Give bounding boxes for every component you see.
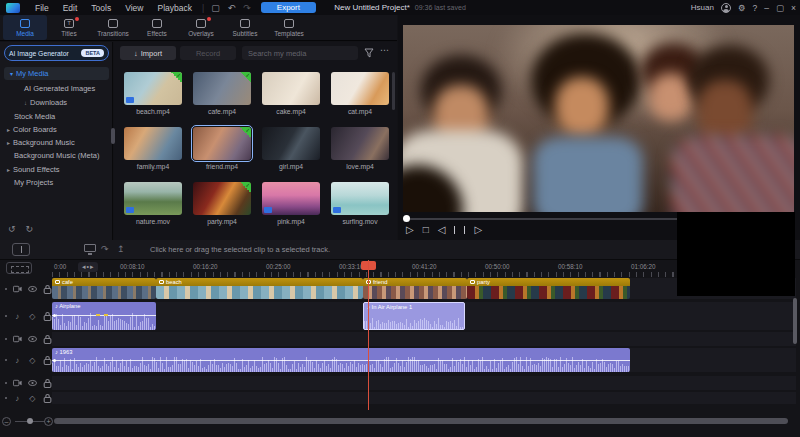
redo-icon[interactable]: ↷	[239, 3, 255, 13]
media-item-selected[interactable]: ✓ friend.mp4	[191, 127, 253, 170]
layout-grid-icon[interactable]: ▢	[207, 3, 224, 13]
lock-icon[interactable]	[43, 334, 52, 344]
split-clip-button[interactable]	[12, 243, 30, 256]
keyframe-mark[interactable]	[104, 314, 108, 316]
tab-transitions[interactable]: Transitions	[91, 15, 135, 40]
zoom-slider-thumb[interactable]	[27, 418, 33, 424]
track-options-button[interactable]	[6, 262, 32, 274]
help-icon[interactable]: ?	[753, 3, 758, 13]
settings-gear-icon[interactable]: ⚙	[738, 3, 746, 13]
mute-diamond-icon[interactable]: ◇	[28, 355, 37, 365]
sidebar-item-my-media[interactable]: ▾My Media	[4, 67, 109, 80]
lock-icon[interactable]	[43, 311, 52, 321]
close-icon[interactable]: ×	[791, 3, 796, 13]
lock-icon[interactable]	[43, 284, 52, 294]
video-lane-3[interactable]	[52, 376, 796, 390]
sidebar-item-background-music-meta[interactable]: Background Music (Meta)	[14, 149, 99, 162]
volume-handle[interactable]	[53, 314, 56, 317]
menu-edit[interactable]: Edit	[56, 3, 85, 13]
media-item[interactable]: cake.mp4	[260, 72, 322, 115]
media-item[interactable]: family.mp4	[122, 127, 184, 170]
media-scrollbar[interactable]	[392, 72, 395, 110]
keyframe-mark[interactable]	[96, 314, 100, 316]
lock-icon[interactable]	[43, 355, 52, 365]
media-item[interactable]: ✓ party.mp4	[191, 182, 253, 225]
sidebar-item-downloads[interactable]: ↓Downloads	[24, 96, 67, 109]
horizontal-scrollbar[interactable]	[54, 418, 788, 424]
tab-templates[interactable]: Templates	[267, 15, 311, 40]
tab-titles[interactable]: T Titles	[47, 15, 91, 40]
menu-view[interactable]: View	[118, 3, 150, 13]
user-name[interactable]: Hsuan	[691, 3, 714, 12]
menu-file[interactable]: File	[28, 3, 56, 13]
timeline-clip-airplane[interactable]: ♪ Airplane	[52, 302, 156, 330]
timeline-clip-party[interactable]: party	[467, 278, 630, 299]
filter-funnel-icon[interactable]	[364, 48, 374, 58]
media-item[interactable]: pink.mp4	[260, 182, 322, 225]
app-logo-icon[interactable]	[6, 3, 20, 13]
video-lane-2[interactable]	[52, 332, 796, 346]
media-item[interactable]: love.mp4	[329, 127, 391, 170]
step-back-icon[interactable]: ◁	[438, 224, 446, 235]
tab-effects[interactable]: Effects	[135, 15, 179, 40]
tab-subtitles[interactable]: Subtitles	[223, 15, 267, 40]
eye-icon[interactable]	[28, 334, 37, 344]
media-item[interactable]: surfing.mov	[329, 182, 391, 225]
eye-icon[interactable]	[28, 284, 37, 294]
avatar-icon[interactable]	[721, 3, 731, 13]
record-button[interactable]: Record	[180, 46, 236, 60]
media-item[interactable]: ✓ beach.mp4	[122, 72, 184, 115]
panel-resize-handle[interactable]	[111, 128, 115, 144]
sidebar-item-my-projects[interactable]: My Projects	[14, 176, 53, 189]
zoom-out-button[interactable]: –	[2, 417, 11, 426]
step-forward-icon[interactable]: ▷	[474, 224, 482, 235]
timeline-clip-cafe[interactable]: cafe	[52, 278, 156, 299]
ai-image-generator-button[interactable]: AI Image Generator BETA	[4, 45, 109, 61]
playhead-line[interactable]	[368, 260, 369, 410]
play-icon[interactable]: ▷	[406, 224, 414, 235]
media-item[interactable]: cat.mp4	[329, 72, 391, 115]
mute-diamond-icon[interactable]: ◇	[28, 311, 37, 321]
timeline-clip-in-air-airplane[interactable]: ♪ In Air Airplane 1	[363, 302, 465, 330]
refresh-icon[interactable]: ↻	[26, 224, 34, 234]
import-button[interactable]: ↓ Import	[120, 46, 176, 60]
sidebar-item-sound-effects[interactable]: ▸Sound Effects	[7, 163, 60, 176]
lock-icon[interactable]	[43, 378, 52, 388]
lock-icon[interactable]	[43, 393, 52, 403]
timeline-clip-1963[interactable]: ♪ 1963	[52, 348, 630, 372]
tab-overlays[interactable]: Overlays	[179, 15, 223, 40]
timeline-clip-beach[interactable]: beach	[156, 278, 363, 299]
marker-nav-button[interactable]: ◂•▸	[78, 262, 98, 272]
restore-icon[interactable]: ▢	[776, 3, 784, 13]
menu-playback[interactable]: Playback	[150, 3, 199, 13]
sidebar-item-background-music[interactable]: ▸Background Music	[7, 136, 75, 149]
volume-handle[interactable]	[53, 359, 56, 362]
media-item[interactable]: girl.mp4	[260, 127, 322, 170]
upload-icon[interactable]: ↥	[117, 244, 125, 254]
stop-icon[interactable]: □	[423, 224, 429, 235]
more-options-icon[interactable]: ⋯	[380, 45, 389, 55]
timeline-clip-friend[interactable]: friend	[363, 278, 467, 299]
media-item[interactable]: nature.mov	[122, 182, 184, 225]
eye-icon[interactable]	[28, 378, 37, 388]
sync-icon[interactable]: ↺	[8, 224, 16, 234]
sidebar-item-color-boards[interactable]: ▸Color Boards	[7, 123, 57, 136]
monitor-icon[interactable]	[84, 244, 96, 252]
menu-tools[interactable]: Tools	[84, 3, 118, 13]
rotate-icon[interactable]: ↷	[101, 244, 109, 254]
media-item[interactable]: ✓ cafe.mp4	[191, 72, 253, 115]
search-input[interactable]	[242, 46, 358, 60]
sidebar-item-ai-generated-images[interactable]: AI Generated Images	[24, 82, 95, 95]
sidebar-item-stock-media[interactable]: Stock Media	[14, 110, 55, 123]
mute-diamond-icon[interactable]: ◇	[28, 393, 37, 403]
undo-icon[interactable]: ↶	[224, 3, 240, 13]
export-button[interactable]: Export	[261, 2, 316, 13]
vertical-scrollbar[interactable]	[793, 298, 797, 344]
seekbar-thumb[interactable]	[403, 215, 410, 222]
audio-lane-3[interactable]	[52, 392, 796, 404]
preview-video[interactable]	[403, 25, 794, 212]
zoom-in-button[interactable]: +	[44, 417, 53, 426]
volume-line[interactable]	[52, 360, 630, 361]
tab-media[interactable]: Media	[3, 15, 47, 40]
minimize-icon[interactable]: –	[764, 3, 769, 13]
